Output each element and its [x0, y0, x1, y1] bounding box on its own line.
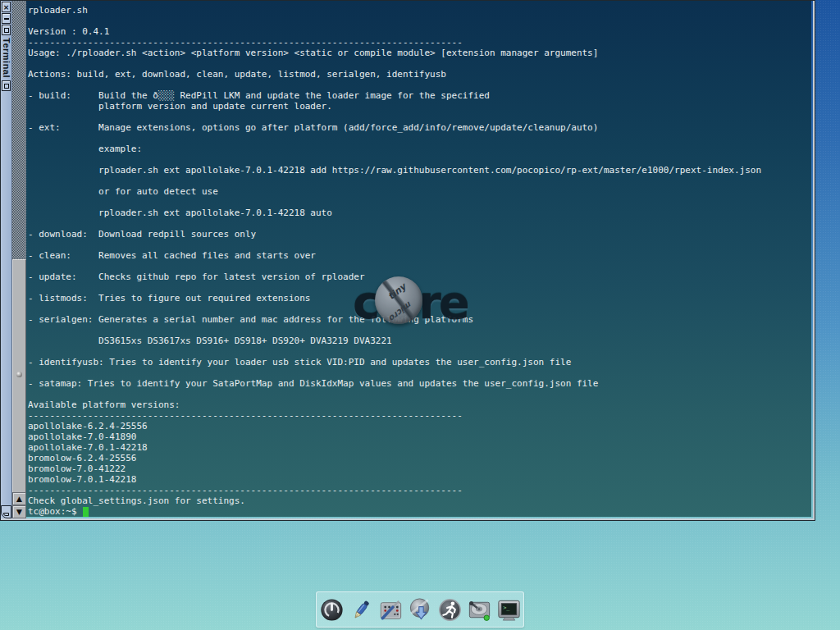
terminal-icon[interactable]: >_ — [495, 596, 523, 623]
terminal-content[interactable]: c tiny micro re rploader.sh Version : 0.… — [26, 1, 811, 517]
scroll-down-arrow[interactable]: ▼ — [12, 505, 26, 518]
prompt-line: tc@box:~$ — [26, 506, 811, 517]
terminal-output: rploader.sh Version : 0.4.1 ------------… — [26, 1, 811, 506]
iconify-icon — [3, 513, 9, 516]
box-icon — [4, 84, 9, 89]
pen-editor-icon[interactable] — [348, 596, 375, 623]
shell-prompt: tc@box:~$ — [28, 506, 77, 517]
apps-download-icon[interactable] — [407, 596, 434, 623]
mount-disk-icon[interactable] — [466, 596, 493, 623]
scrollbar-thumb[interactable] — [12, 259, 26, 493]
shade-button[interactable] — [2, 13, 11, 24]
power-icon[interactable] — [318, 596, 345, 623]
close-button[interactable]: × — [2, 2, 11, 12]
dock: >_ — [316, 591, 524, 628]
scrollbar[interactable]: ▲ ▼ — [12, 1, 26, 518]
scrollbar-arrows: ▲ ▼ — [12, 492, 26, 518]
window-titlebar[interactable]: × Terminal — [1, 1, 12, 518]
terminal-cursor — [83, 507, 89, 517]
run-icon[interactable] — [436, 596, 463, 623]
window-box-button[interactable] — [2, 80, 11, 91]
terminal-window: × Terminal — [0, 0, 815, 521]
window-frame: × Terminal — [1, 1, 815, 520]
scrollbar-dimple — [16, 372, 22, 377]
maximize-icon — [4, 28, 9, 33]
scroll-up-arrow[interactable]: ▲ — [12, 492, 26, 505]
svg-text:>_: >_ — [503, 605, 510, 611]
iconify-button[interactable] — [1, 505, 11, 518]
desktop: × Terminal — [0, 0, 840, 630]
maximize-button[interactable] — [2, 25, 11, 35]
shade-icon — [4, 18, 9, 20]
control-panel-icon[interactable] — [377, 596, 404, 623]
window-title: Terminal — [2, 38, 11, 78]
